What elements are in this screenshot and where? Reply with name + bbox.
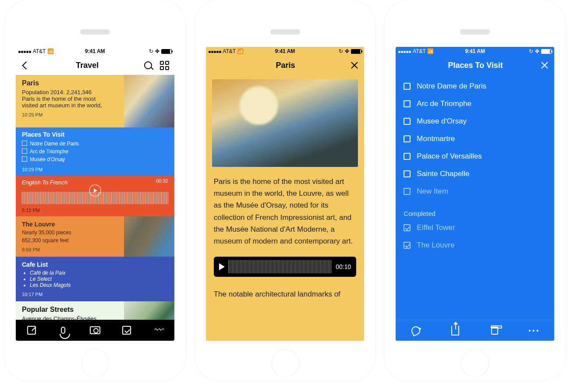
home-button[interactable]	[272, 350, 299, 377]
list-item[interactable]: Sainte Chapelle	[404, 165, 546, 183]
nav-bar: Travel	[16, 56, 174, 75]
status-bar: AT&T 📶 9:41 AM ↻✤	[16, 47, 174, 56]
list-item[interactable]: Arc de Triomphe	[404, 95, 546, 113]
more-icon[interactable]: •••	[529, 325, 540, 336]
bottom-toolbar	[16, 320, 174, 341]
bluetooth-icon: ✤	[345, 48, 349, 54]
status-bar: AT&T 📶 9:41 AM ↻✤	[396, 47, 554, 56]
paint-icon[interactable]	[410, 325, 421, 336]
list-item[interactable]: Musee d'Orsay	[404, 113, 546, 130]
wifi-icon: 📶	[237, 48, 244, 54]
nav-bar: Places To Visit	[396, 56, 554, 75]
camera-icon[interactable]	[89, 325, 101, 336]
page-title: Paris	[276, 61, 295, 70]
trash-icon[interactable]	[489, 325, 500, 336]
phone-travel-list: AT&T 📶 9:41 AM ↻✤ Travel Paris Populatio…	[4, 0, 186, 381]
note-thumb	[124, 216, 174, 257]
note-card-louvre[interactable]: The Louvre Nearly 35,000 pieces 652,300 …	[16, 216, 174, 257]
home-button[interactable]	[461, 350, 489, 377]
list-item[interactable]: Palace of Versailles	[404, 148, 546, 165]
checklist-icon[interactable]	[121, 325, 132, 336]
bluetooth-icon: ✤	[155, 48, 159, 54]
compose-icon[interactable]	[26, 325, 37, 336]
checkbox-icon	[404, 170, 411, 177]
bottom-toolbar: •••	[396, 320, 554, 341]
note-thumb	[124, 301, 174, 320]
list-item[interactable]: The Louvre	[404, 237, 546, 254]
lock-icon: ↻	[339, 48, 343, 54]
note-body-2: The notable architectural landmarks of	[206, 282, 365, 304]
screen-2: AT&T 📶 9:41 AM ↻✤ Paris Paris is the hom…	[206, 47, 365, 341]
completed-label: Completed	[404, 210, 546, 217]
battery-icon	[541, 49, 552, 54]
screen-1: AT&T 📶 9:41 AM ↻✤ Travel Paris Populatio…	[16, 47, 174, 341]
grid-view-icon[interactable]	[160, 61, 169, 70]
battery-icon	[161, 49, 172, 54]
waveform	[228, 260, 333, 273]
waveform	[22, 192, 168, 204]
note-card-paris[interactable]: Paris Population 2014: 2,241,346 Paris i…	[16, 75, 174, 127]
wifi-icon: 📶	[47, 48, 54, 54]
checkbox-icon	[404, 188, 411, 195]
page-title: Places To Visit	[448, 61, 503, 70]
checkbox-icon	[404, 100, 411, 107]
checklist-items: Notre Dame de Paris Arc de Triomphe Muse…	[396, 75, 554, 320]
home-button[interactable]	[81, 350, 109, 377]
checkbox-icon	[404, 83, 411, 90]
close-icon[interactable]	[540, 61, 549, 70]
search-icon[interactable]	[144, 61, 152, 69]
sketch-icon[interactable]	[152, 325, 164, 336]
share-icon[interactable]	[450, 325, 461, 336]
checkbox-checked-icon	[404, 242, 411, 249]
note-thumb	[124, 75, 174, 127]
audio-player[interactable]: 00:10	[214, 257, 357, 277]
checkbox-icon	[404, 135, 411, 142]
back-icon[interactable]	[21, 60, 31, 70]
close-icon[interactable]	[350, 61, 359, 70]
bluetooth-icon: ✤	[535, 48, 539, 54]
battery-icon	[351, 49, 361, 54]
checkbox-icon	[404, 118, 411, 125]
status-bar: AT&T 📶 9:41 AM ↻✤	[206, 47, 365, 56]
note-body: Paris is the home of the most visited ar…	[206, 171, 365, 251]
play-icon[interactable]	[219, 263, 225, 270]
audio-time: 00:10	[336, 263, 351, 270]
mic-icon[interactable]	[57, 325, 69, 336]
checkbox-checked-icon	[404, 224, 411, 231]
screen-3: AT&T 📶 9:41 AM ↻✤ Places To Visit Notre …	[396, 47, 554, 341]
list-item[interactable]: Notre Dame de Paris	[404, 78, 546, 95]
new-item[interactable]: New Item	[404, 183, 546, 200]
nav-bar: Paris	[206, 56, 365, 75]
checkbox-icon	[404, 153, 411, 160]
list-item[interactable]: Montmartre	[404, 130, 546, 148]
note-card-cafe[interactable]: Cafe List Café de la PaixLe SelectLes De…	[16, 257, 174, 301]
lock-icon: ↻	[529, 48, 533, 54]
phone-checklist: AT&T 📶 9:41 AM ↻✤ Places To Visit Notre …	[384, 0, 566, 381]
page-title: Travel	[76, 61, 99, 70]
lock-icon: ↻	[149, 48, 153, 54]
hero-image	[212, 79, 358, 167]
phone-note-detail: AT&T 📶 9:41 AM ↻✤ Paris Paris is the hom…	[195, 0, 376, 381]
list-item[interactable]: Eiffel Tower	[404, 219, 546, 237]
note-card-streets[interactable]: Popular Streets Avenue des Champs-Élysée…	[16, 301, 174, 320]
notes-list: Paris Population 2014: 2,241,346 Paris i…	[16, 75, 174, 320]
wifi-icon: 📶	[427, 48, 434, 54]
note-card-audio[interactable]: English To French 00:32 5:12 PM	[16, 176, 174, 216]
note-card-places[interactable]: Places To Visit Notre Dame de Paris Arc …	[16, 127, 174, 176]
